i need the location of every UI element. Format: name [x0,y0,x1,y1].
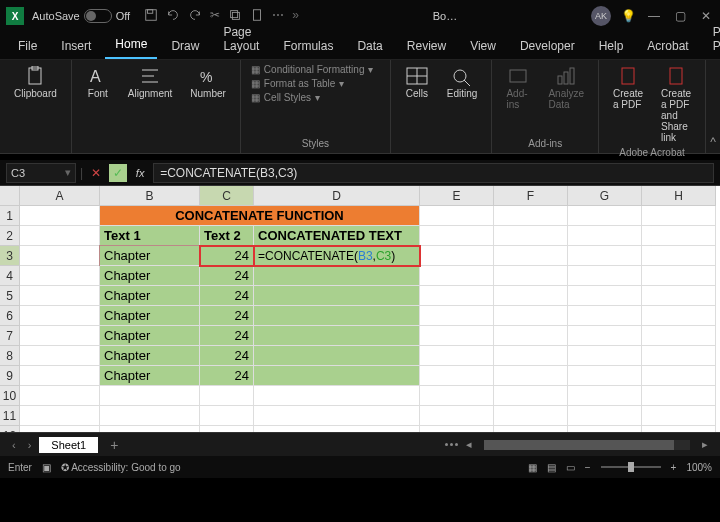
menu-power-pivot[interactable]: Power Pivot [703,19,720,59]
toggle-off-icon[interactable] [84,9,112,23]
svg-rect-22 [622,68,634,84]
header-cell[interactable]: Text 2 [200,226,254,246]
tab-prev-icon[interactable]: ‹ [8,439,20,451]
cell[interactable]: Chapter [100,246,200,266]
row-header[interactable]: 12 [0,426,20,432]
macro-record-icon[interactable]: ▣ [42,462,51,473]
ribbon-create-pdf[interactable]: Create a PDF [609,64,647,112]
row-header[interactable]: 8 [0,346,20,366]
redo-icon[interactable] [188,8,202,25]
ribbon-font[interactable]: AFont [82,64,114,101]
row-header[interactable]: 7 [0,326,20,346]
row-header[interactable]: 6 [0,306,20,326]
ribbon-clipboard[interactable]: Clipboard [10,64,61,101]
header-cell[interactable]: Text 1 [100,226,200,246]
fx-icon[interactable]: fx [131,164,149,182]
ribbon-number[interactable]: %Number [186,64,230,101]
lightbulb-icon[interactable]: 💡 [621,9,636,23]
maximize-button[interactable]: ▢ [672,8,688,24]
title-cell[interactable]: CONCATENATE FUNCTION [100,206,420,226]
col-header[interactable]: F [494,186,568,206]
zoom-slider[interactable] [601,466,661,468]
menu-help[interactable]: Help [589,33,634,59]
enter-icon[interactable]: ✓ [109,164,127,182]
menu-file[interactable]: File [8,33,47,59]
row-header[interactable]: 4 [0,266,20,286]
save-icon[interactable] [144,8,158,25]
ribbon-cell-styles[interactable]: ▦ Cell Styles ▾ [251,92,380,103]
ribbon-format-table[interactable]: ▦ Format as Table ▾ [251,78,380,89]
menu-data[interactable]: Data [347,33,392,59]
svg-rect-19 [558,76,562,84]
view-break-icon[interactable]: ▭ [566,462,575,473]
menu-formulas[interactable]: Formulas [273,33,343,59]
ribbon-editing[interactable]: Editing [443,64,482,101]
formula-cell[interactable]: =CONCATENATE(B3,C3) [254,246,420,266]
spreadsheet-grid[interactable]: A B C D E F G H 1 CONCATENATE FUNCTION 2… [0,186,720,432]
cancel-icon[interactable]: ✕ [87,164,105,182]
avatar[interactable]: AK [591,6,611,26]
svg-rect-20 [564,72,568,84]
menu-review[interactable]: Review [397,33,456,59]
col-header[interactable]: B [100,186,200,206]
col-header[interactable]: H [642,186,716,206]
row-header[interactable]: 11 [0,406,20,426]
view-page-icon[interactable]: ▤ [547,462,556,473]
menu-page-layout[interactable]: Page Layout [213,19,269,59]
row-header[interactable]: 2 [0,226,20,246]
qat-more-icon[interactable]: ⋯ [272,8,284,25]
menu-acrobat[interactable]: Acrobat [637,33,698,59]
col-header[interactable]: A [20,186,100,206]
acrobat-group-label: Adobe Acrobat [609,145,695,158]
ribbon-alignment[interactable]: Alignment [124,64,176,101]
ribbon-share-pdf[interactable]: Create a PDF and Share link [657,64,695,145]
zoom-out-icon[interactable]: − [585,462,591,473]
tab-next-icon[interactable]: › [24,439,36,451]
view-normal-icon[interactable]: ▦ [528,462,537,473]
menu-developer[interactable]: Developer [510,33,585,59]
zoom-in-icon[interactable]: + [671,462,677,473]
name-box[interactable]: C3▾ [6,163,76,183]
ribbon-addins[interactable]: Add-ins [502,64,534,112]
col-header[interactable]: C [200,186,254,206]
ribbon-cond-format[interactable]: ▦ Conditional Formatting ▾ [251,64,380,75]
row-header[interactable]: 1 [0,206,20,226]
cell[interactable] [20,206,100,226]
add-sheet-button[interactable]: + [102,437,126,453]
autosave-toggle[interactable]: AutoSave Off [32,9,130,23]
row-header[interactable]: 10 [0,386,20,406]
svg-line-17 [464,80,470,86]
svg-rect-18 [510,70,526,82]
col-header[interactable]: E [420,186,494,206]
collapse-ribbon-icon[interactable]: ^ [706,60,720,153]
scroll-left-icon[interactable]: ◂ [466,438,472,451]
accessibility-status[interactable]: ✪ Accessibility: Good to go [61,462,181,473]
excel-logo: X [6,7,24,25]
ribbon-cells[interactable]: Cells [401,64,433,101]
formula-input[interactable]: =CONCATENATE(B3,C3) [153,163,714,183]
styles-group-label: Styles [251,136,380,149]
col-header[interactable]: D [254,186,420,206]
minimize-button[interactable]: — [646,8,662,24]
row-header[interactable]: 5 [0,286,20,306]
svg-text:A: A [90,68,101,85]
zoom-level[interactable]: 100% [686,462,712,473]
undo-icon[interactable] [166,8,180,25]
header-cell[interactable]: CONCATENATED TEXT [254,226,420,246]
select-all[interactable] [0,186,20,206]
sheet-tab[interactable]: Sheet1 [39,437,98,453]
menu-insert[interactable]: Insert [51,33,101,59]
col-header[interactable]: G [568,186,642,206]
tab-menu-icon[interactable] [445,443,458,446]
active-cell[interactable]: 24 [200,246,254,266]
menu-draw[interactable]: Draw [161,33,209,59]
scroll-right-icon[interactable]: ▸ [702,438,708,451]
svg-rect-1 [148,9,153,13]
svg-rect-2 [231,10,238,17]
menu-home[interactable]: Home [105,31,157,59]
row-header[interactable]: 3 [0,246,20,266]
menu-view[interactable]: View [460,33,506,59]
h-scrollbar[interactable] [484,440,690,450]
ribbon-analyze-data[interactable]: Analyze Data [544,64,588,112]
row-header[interactable]: 9 [0,366,20,386]
